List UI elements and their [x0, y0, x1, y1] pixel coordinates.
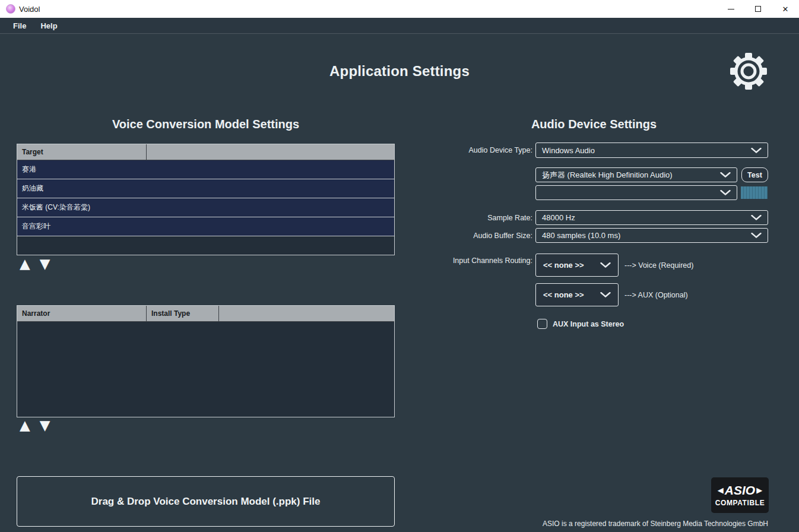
menu-file[interactable]: File — [6, 18, 33, 34]
table-row[interactable]: 音宫彩叶 — [17, 217, 394, 236]
input-device-dropdown[interactable] — [535, 185, 737, 200]
settings-gear-button[interactable] — [728, 51, 769, 91]
target-column-empty — [147, 144, 394, 160]
move-down-button[interactable]: ▼ — [40, 257, 50, 271]
chevron-down-icon — [600, 262, 611, 268]
chevron-down-icon — [720, 190, 731, 195]
voidol-app-icon — [6, 4, 15, 14]
window-title: Voidol — [19, 5, 40, 14]
chevron-down-icon — [751, 215, 762, 220]
install-type-column-header: Install Type — [147, 306, 219, 321]
aux-routing-dropdown[interactable]: << none >> — [535, 283, 619, 306]
close-icon: ✕ — [782, 5, 789, 13]
aux-stereo-checkbox[interactable] — [537, 319, 547, 329]
maximize-icon — [755, 6, 761, 12]
voidol-window: Voidol ✕ File Help Application Settings — [0, 0, 799, 532]
window-controls: ✕ — [717, 0, 799, 18]
minimize-icon — [728, 9, 734, 10]
aux-routing-value: << none >> — [543, 290, 584, 299]
close-button[interactable]: ✕ — [772, 0, 799, 18]
narrator-column-header: Narrator — [17, 306, 147, 321]
sample-rate-value: 48000 Hz — [542, 213, 575, 222]
routing-label: Input Channels Routing: — [453, 256, 532, 265]
move-down-button[interactable]: ▼ — [40, 419, 50, 432]
narrator-reorder-controls: ▲ ▼ — [20, 419, 50, 432]
target-model-table: Target 赛港 奶油藏 米饭酱 (CV:染音若棠) 音宫彩叶 — [17, 144, 395, 255]
sample-rate-dropdown[interactable]: 48000 Hz — [535, 210, 768, 225]
narrator-table-header: Narrator Install Type — [17, 306, 394, 322]
drop-zone-label: Drag & Drop Voice Conversion Model (.ppk… — [91, 496, 320, 508]
title-bar: Voidol ✕ — [0, 0, 799, 18]
buffer-size-dropdown[interactable]: 480 samples (10.0 ms) — [535, 228, 768, 243]
voice-routing-value: << none >> — [543, 261, 584, 270]
input-level-meter — [741, 186, 768, 199]
sample-rate-label: Sample Rate: — [487, 214, 532, 222]
table-row[interactable]: 赛港 — [17, 160, 394, 179]
asio-logo-text: ◀ ASIO ▶ — [718, 484, 762, 496]
target-table-header: Target — [17, 144, 394, 160]
audio-device-type-dropdown[interactable]: Windows Audio — [535, 142, 768, 158]
buffer-size-value: 480 samples (10.0 ms) — [542, 231, 620, 240]
audio-device-type-value: Windows Audio — [542, 146, 595, 155]
page-title: Application Settings — [0, 63, 799, 80]
asio-compatible-logo: ◀ ASIO ▶ COMPATIBLE — [711, 477, 769, 513]
maximize-button[interactable] — [744, 0, 772, 18]
asio-text: ASIO — [725, 484, 755, 496]
chevron-down-icon — [600, 292, 611, 297]
chevron-down-icon — [720, 172, 731, 178]
narrator-model-table: Narrator Install Type — [17, 305, 395, 417]
table-row[interactable]: 米饭酱 (CV:染音若棠) — [17, 198, 394, 217]
gear-icon — [728, 51, 769, 91]
asio-right-triangle-icon: ▶ — [756, 486, 762, 494]
output-device-value: 扬声器 (Realtek High Definition Audio) — [542, 170, 673, 180]
target-reorder-controls: ▲ ▼ — [20, 257, 50, 271]
chevron-down-icon — [751, 148, 762, 153]
aux-routing-caption: ---> AUX (Optional) — [624, 283, 688, 306]
voice-routing-caption: ---> Voice (Required) — [624, 254, 693, 277]
model-settings-title: Voice Conversion Model Settings — [17, 118, 395, 131]
audio-settings-title: Audio Device Settings — [420, 118, 768, 131]
test-output-button[interactable]: Test — [741, 167, 768, 182]
target-column-header: Target — [17, 144, 147, 160]
model-drop-zone[interactable]: Drag & Drop Voice Conversion Model (.ppk… — [17, 476, 395, 527]
aux-stereo-checkbox-label: AUX Input as Stereo — [553, 320, 624, 328]
chevron-down-icon — [751, 233, 762, 238]
buffer-size-label: Audio Buffer Size: — [473, 232, 532, 240]
narrator-column-empty — [219, 306, 394, 321]
move-up-button[interactable]: ▲ — [20, 257, 30, 271]
minimize-button[interactable] — [717, 0, 744, 18]
menu-bar: File Help — [0, 18, 799, 34]
voice-routing-dropdown[interactable]: << none >> — [535, 254, 619, 277]
asio-trademark-notice: ASIO is a registered trademark of Steinb… — [543, 520, 768, 528]
audio-device-type-label: Audio Device Type: — [469, 146, 532, 154]
asio-compatible-text: COMPATIBLE — [715, 499, 765, 507]
output-device-dropdown[interactable]: 扬声器 (Realtek High Definition Audio) — [535, 167, 737, 182]
move-up-button[interactable]: ▲ — [20, 419, 30, 432]
table-row[interactable]: 奶油藏 — [17, 179, 394, 198]
menu-help[interactable]: Help — [33, 18, 64, 34]
asio-left-triangle-icon: ◀ — [718, 486, 724, 494]
